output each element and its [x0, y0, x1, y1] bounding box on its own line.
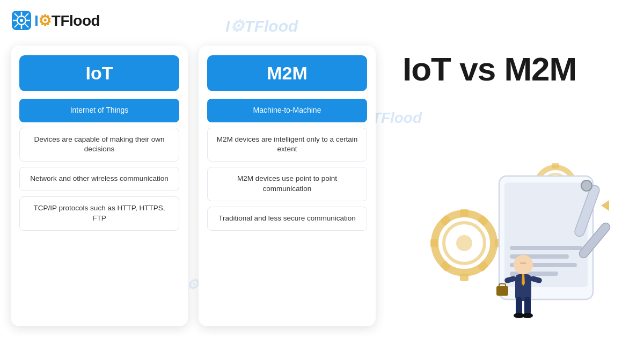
iot-card-header: IoT [19, 55, 179, 91]
m2m-item-3: M2M devices use point to point communica… [207, 167, 367, 201]
svg-point-37 [581, 180, 592, 191]
svg-marker-38 [601, 200, 609, 211]
page-title: IoT vs M2M [402, 51, 633, 87]
svg-rect-16 [430, 239, 438, 247]
svg-rect-50 [520, 262, 526, 264]
m2m-item-2: M2M devices are intelligent only to a ce… [207, 128, 367, 162]
iot-item-2: Devices are capable of making their own … [19, 128, 179, 162]
svg-point-44 [522, 313, 533, 318]
iot-item-1: Internet of Things [19, 99, 179, 122]
m2m-item-4: Traditional and less secure communicatio… [207, 207, 367, 231]
cards-container: IoT Internet of Things Devices are capab… [11, 46, 376, 326]
logo-icon [11, 10, 32, 31]
iot-item-3: Network and other wireless communication [19, 167, 179, 191]
svg-rect-25 [552, 163, 559, 169]
svg-rect-42 [524, 297, 531, 316]
illustration [402, 98, 633, 326]
m2m-item-1: Machine-to-Machine [207, 99, 367, 122]
m2m-card-header: M2M [207, 55, 367, 91]
title-section: IoT vs M2M [386, 46, 633, 326]
svg-rect-15 [460, 274, 469, 281]
main-container: IoT Internet of Things Devices are capab… [11, 46, 633, 326]
svg-rect-31 [510, 246, 582, 250]
logo: I⚙TFlood [11, 10, 100, 31]
logo-text: I⚙TFlood [34, 12, 100, 30]
svg-point-13 [456, 235, 472, 251]
iot-item-4: TCP/IP protocols such as HTTP, HTTPS, FT… [19, 196, 179, 231]
svg-point-39 [514, 255, 533, 274]
svg-point-2 [20, 19, 23, 22]
svg-rect-14 [460, 209, 469, 217]
svg-rect-41 [516, 297, 522, 316]
robot-illustration [416, 144, 620, 326]
m2m-card: M2M Machine-to-Machine M2M devices are i… [199, 46, 376, 326]
watermark-top: I⚙TFlood [225, 16, 298, 36]
iot-card: IoT Internet of Things Devices are capab… [11, 46, 188, 326]
